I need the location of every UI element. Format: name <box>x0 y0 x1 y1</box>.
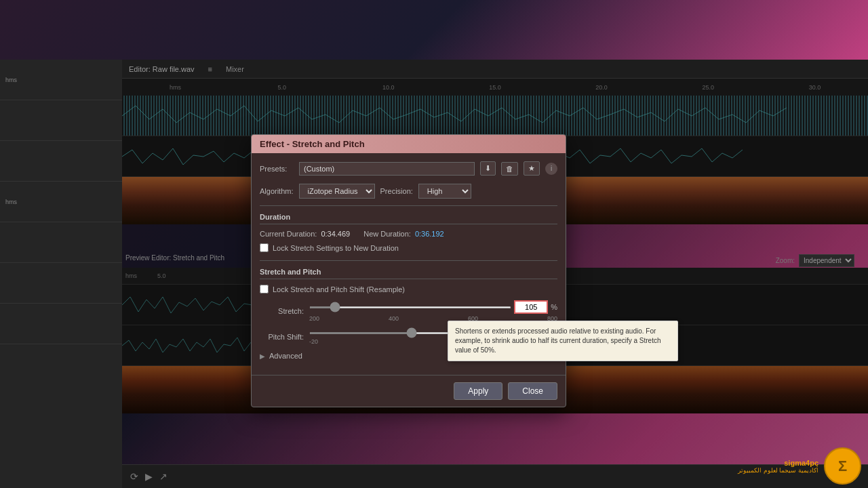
algorithm-row: Algorithm: iZotope Radius Audacity Preci… <box>260 184 557 199</box>
algorithm-select[interactable]: iZotope Radius Audacity <box>299 184 375 199</box>
stretch-tooltip: Shortens or extends processed audio rela… <box>448 321 678 361</box>
current-duration-value: 0:34.469 <box>321 230 350 238</box>
track-label-7 <box>0 304 122 344</box>
stretch-unit: % <box>551 303 557 311</box>
duration-section-header: Duration <box>260 213 557 224</box>
sigma-arabic-text: أكاديمية سيجما لعلوم الكمبيوتر <box>738 467 818 474</box>
stretch-pitch-dialog: Effect - Stretch and Pitch Presets: (Cus… <box>251 134 566 407</box>
new-duration-value: 0:36.192 <box>415 230 444 238</box>
sigma-symbol: Σ <box>838 458 847 475</box>
tooltip-text: Shortens or extends processed audio rela… <box>455 327 661 354</box>
dialog-title-bar: Effect - Stretch and Pitch <box>252 135 566 153</box>
close-button[interactable]: Close <box>508 382 557 400</box>
favorite-preset-button[interactable]: ★ <box>524 161 540 176</box>
presets-label: Presets: <box>260 165 294 173</box>
sigma-text-block: sigma4pc أكاديمية سيجما لعلوم الكمبيوتر <box>738 459 818 474</box>
track-labels-panel: hms hms <box>0 60 122 488</box>
track-label-3 <box>0 141 122 182</box>
algorithm-label: Algorithm: <box>260 187 294 195</box>
dialog-title: Effect - Stretch and Pitch <box>260 139 365 149</box>
lock-resample-checkbox[interactable] <box>260 285 269 293</box>
top-bg <box>0 0 868 60</box>
lock-stretch-checkbox[interactable] <box>260 243 269 252</box>
lock-stretch-row: Lock Stretch Settings to New Duration <box>260 243 557 252</box>
stretch-slider-label: Stretch: <box>260 307 304 315</box>
stretch-slider-container: % 200 400 600 800 <box>309 300 557 322</box>
advanced-label: Advanced <box>269 352 302 360</box>
stretch-slider-inner: % <box>309 300 557 314</box>
stretch-slider-row: Stretch: % 200 400 600 800 <box>260 300 557 322</box>
presets-row: Presets: (Custom) Default ⬇ 🗑 ★ i <box>260 161 557 176</box>
current-duration-item: Current Duration: 0:34.469 <box>260 230 350 238</box>
current-duration-label: Current Duration: <box>260 230 317 238</box>
advanced-arrow-icon: ▶ <box>260 352 265 360</box>
stretch-value-input[interactable] <box>514 300 548 314</box>
presets-select[interactable]: (Custom) Default <box>299 162 475 176</box>
dialog-overlay: Effect - Stretch and Pitch Presets: (Cus… <box>122 60 868 488</box>
precision-select[interactable]: High Medium Low <box>418 184 471 199</box>
info-button[interactable]: i <box>545 163 557 175</box>
pitch-scale-neg: -20 <box>309 338 318 345</box>
duration-row: Current Duration: 0:34.469 New Duration:… <box>260 230 557 238</box>
sigma-logo: sigma4pc أكاديمية سيجما لعلوم الكمبيوتر … <box>738 447 861 485</box>
sigma-badge: Σ <box>824 447 861 485</box>
sigma-name: sigma4pc <box>738 459 818 467</box>
new-duration-label: New Duration: <box>363 230 411 238</box>
scale-200: 200 <box>309 315 319 322</box>
apply-button[interactable]: Apply <box>454 382 502 400</box>
lock-resample-row: Lock Stretch and Pitch Shift (Resample) <box>260 285 557 293</box>
new-duration-item: New Duration: 0:36.192 <box>363 230 444 238</box>
track-label-2 <box>0 100 122 141</box>
track-label-4: hms <box>0 182 122 222</box>
scale-400: 400 <box>389 315 399 322</box>
save-preset-button[interactable]: ⬇ <box>480 161 496 176</box>
lock-stretch-label: Lock Stretch Settings to New Duration <box>273 244 399 252</box>
precision-label: Precision: <box>380 187 413 195</box>
duration-section: Duration Current Duration: 0:34.469 New … <box>260 205 557 252</box>
delete-preset-button[interactable]: 🗑 <box>501 162 518 176</box>
track-label-6 <box>0 263 122 304</box>
sp-section-header: Stretch and Pitch <box>260 268 557 279</box>
pitch-slider-label: Pitch Shift: <box>260 333 304 341</box>
dialog-footer: Apply Close <box>252 375 566 407</box>
stretch-slider[interactable] <box>309 306 511 308</box>
track-label-1: hms <box>0 60 122 100</box>
lock-resample-label: Lock Stretch and Pitch Shift (Resample) <box>273 285 405 293</box>
track-label-5 <box>0 222 122 263</box>
